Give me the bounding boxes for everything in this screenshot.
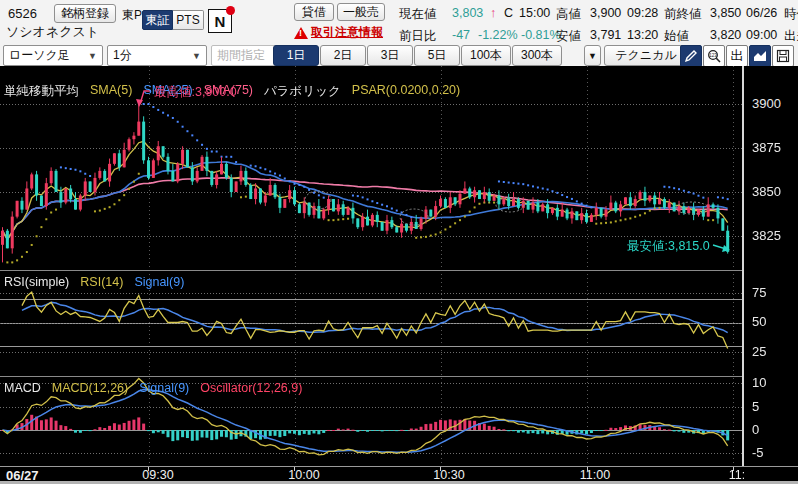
credit-button[interactable]: 貸借	[294, 3, 334, 21]
interval-value: 1分	[113, 47, 132, 64]
session-flag: C	[504, 6, 513, 20]
rsi-axis-label: 50	[752, 314, 766, 329]
zoom-tool-button[interactable]: 123	[703, 45, 725, 67]
chart-canvas[interactable]	[0, 66, 744, 466]
legend-macd-title: MACD	[4, 381, 41, 395]
market-segment-label: 東P	[122, 7, 142, 24]
current-price-label: 現在値	[399, 6, 437, 23]
range-5day-button[interactable]: 5日	[414, 45, 460, 66]
time-label: 11:30	[729, 468, 744, 482]
trading-chart-window: 6526 ソシオネクスト 銘柄登録 東P 東証 PTS N 貸借 一般売 取引注…	[0, 0, 798, 484]
up-arrow-icon: ↑	[490, 6, 496, 20]
output-button[interactable]: 出	[726, 45, 748, 67]
open-price: 3,820	[710, 28, 741, 42]
high-time: 09:28	[627, 6, 658, 20]
rsi-axis-label: 75	[752, 285, 766, 300]
high-price: 3,900	[590, 6, 621, 20]
trading-warning-link[interactable]: 取引注意情報	[294, 24, 383, 41]
stock-code: 6526	[8, 6, 37, 21]
chevron-down-icon: ▼	[192, 51, 201, 61]
legend-parabolic-title: パラボリック	[264, 83, 341, 100]
quote-header: 6526 ソシオネクスト 銘柄登録 東P 東証 PTS N 貸借 一般売 取引注…	[0, 0, 798, 66]
rsi-axis-label: 25	[752, 344, 766, 359]
prev-close: 3,850	[710, 6, 741, 20]
draw-tool-button[interactable]	[680, 45, 702, 67]
macd-axis-label: 5	[752, 399, 759, 414]
volume-label: 出来	[784, 28, 798, 45]
tab-pts[interactable]: PTS	[173, 10, 204, 30]
price-axis-label: 3875	[752, 140, 781, 155]
change-percent: -1.22%	[478, 28, 518, 42]
chevron-down-icon: ▼	[88, 51, 97, 61]
legend-psar: PSAR(0.0200,0.20)	[352, 83, 460, 100]
open-label: 始値	[664, 28, 689, 45]
rsi-panel-legend: RSI(simple) RSI(14) Signal(9)	[4, 275, 184, 289]
time-label: 10:30	[433, 468, 464, 482]
save-button[interactable]	[772, 45, 794, 67]
stock-name: ソシオネクスト	[6, 23, 99, 41]
time-axis-corner	[744, 466, 798, 482]
chart-type-select[interactable]: ローソク足 ▼	[3, 45, 103, 66]
session-low-annotation: 最安値:3,815.0	[627, 238, 710, 255]
macd-axis-label: -5	[752, 445, 764, 460]
floppy-disk-icon	[776, 49, 790, 63]
session-high-annotation: 最高値:3,900.0	[154, 84, 237, 101]
tab-tosho[interactable]: 東証	[142, 10, 173, 30]
register-symbol-button[interactable]: 銘柄登録	[54, 4, 116, 23]
chart-style-button[interactable]	[749, 45, 771, 67]
time-label: 09:30	[142, 468, 173, 482]
warning-link-text: 取引注意情報	[311, 24, 383, 41]
vwap-percent: -0.81%	[521, 28, 561, 42]
svg-text:123: 123	[709, 52, 717, 57]
range-100bars-button[interactable]: 100本	[461, 45, 511, 66]
macd-axis-label: 10	[752, 375, 766, 390]
time-label: 11:00	[580, 468, 610, 482]
interval-select[interactable]: 1分 ▼	[107, 45, 207, 66]
legend-sma5: SMA(5)	[90, 83, 132, 100]
change-value: -47	[452, 28, 470, 42]
range-2day-button[interactable]: 2日	[320, 45, 366, 66]
low-label: 安値	[556, 28, 581, 45]
low-time: 13:20	[627, 28, 658, 42]
range-300bars-button[interactable]: 300本	[512, 45, 562, 66]
range-3day-button[interactable]: 3日	[367, 45, 413, 66]
warning-icon	[294, 27, 308, 39]
legend-macd-signal: Signal(9)	[139, 381, 189, 395]
legend-rsi-title: RSI(simple)	[4, 275, 69, 289]
chart-type-value: ローソク足	[9, 47, 70, 64]
current-time: 15:00	[519, 6, 550, 20]
macd-axis-label: 0	[752, 422, 759, 437]
magnifier-icon: 123	[707, 49, 722, 64]
market-cap-label: 時価	[784, 6, 798, 23]
legend-rsi-signal: Signal(9)	[134, 275, 184, 289]
prev-close-label: 前終値	[664, 6, 702, 23]
current-price: 3,803	[452, 6, 483, 20]
time-label: 10:00	[288, 468, 319, 482]
legend-macd-oscillator: Oscillator(12,26,9)	[200, 381, 302, 395]
high-label: 高値	[556, 6, 581, 23]
area-chart-icon	[753, 49, 767, 63]
change-label: 前日比	[399, 28, 437, 45]
date-label: 06/27	[6, 468, 39, 482]
time-axis[interactable]: 06/27 09:30 10:00 10:30 11:00 11:30	[0, 466, 744, 482]
indicator-dropdown-button[interactable]: ▼	[584, 45, 601, 66]
technical-button[interactable]: テクニカル	[604, 45, 688, 66]
pencil-icon	[684, 49, 698, 63]
open-time: 09:00	[746, 28, 777, 42]
range-1day-button[interactable]: 1日	[273, 45, 319, 66]
news-icon[interactable]: N	[208, 9, 232, 33]
macd-panel-legend: MACD MACD(12,26) Signal(9) Oscillator(12…	[4, 381, 302, 395]
general-sell-button[interactable]: 一般売	[337, 3, 385, 21]
prev-close-date: 06/26	[746, 6, 777, 20]
low-price: 3,791	[590, 28, 621, 42]
axis-separator	[742, 66, 744, 466]
price-axis-label: 3900	[752, 96, 781, 111]
price-axis-label: 3850	[752, 184, 781, 199]
legend-macd-line: MACD(12,26)	[52, 381, 128, 395]
price-axis-label: 3825	[752, 228, 781, 243]
legend-sma-title: 単純移動平均	[4, 83, 79, 100]
legend-rsi14: RSI(14)	[80, 275, 123, 289]
period-value: 期間指定	[217, 47, 265, 64]
